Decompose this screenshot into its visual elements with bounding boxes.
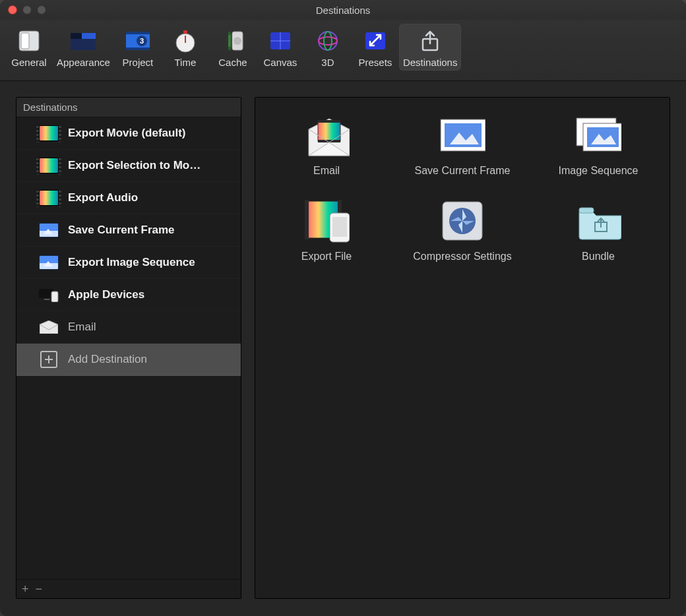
sidebar-item-label: Export Audio bbox=[68, 191, 138, 204]
envelope-film-icon bbox=[303, 113, 350, 157]
toolbar-tab-cache[interactable]: Cache bbox=[209, 24, 257, 71]
grid-icon bbox=[266, 26, 295, 55]
expand-icon bbox=[361, 26, 390, 55]
toolbar-tab-destinations[interactable]: Destinations bbox=[399, 24, 462, 71]
grid-item-label: Save Current Frame bbox=[415, 165, 511, 177]
sidebar-item-label: Add Destination bbox=[68, 353, 147, 366]
svg-rect-28 bbox=[51, 292, 58, 302]
toolbar-tab-label: Canvas bbox=[263, 57, 297, 68]
add-button[interactable]: + bbox=[22, 582, 29, 596]
share-icon bbox=[416, 26, 445, 55]
toolbar-tab-label: Time bbox=[175, 57, 197, 68]
sidebar-item-add-destination[interactable]: Add Destination bbox=[16, 344, 241, 376]
sidebar-item-label: Export Selection to Mo… bbox=[68, 159, 201, 172]
devices-icon bbox=[39, 287, 59, 303]
svg-rect-11 bbox=[183, 30, 187, 34]
destinations-sidebar: Destinations Export Movie (default) Expo… bbox=[16, 97, 241, 599]
sidebar-item-label: Export Movie (default) bbox=[68, 127, 186, 140]
sidebar-item-label: Save Current Frame bbox=[68, 224, 175, 237]
plus-box-icon bbox=[39, 352, 59, 367]
sidebar-list: Export Movie (default) Export Selection … bbox=[16, 117, 241, 579]
remove-button[interactable]: − bbox=[36, 582, 43, 596]
sidebar-footer: + − bbox=[16, 579, 241, 598]
toolbar-tab-label: General bbox=[11, 57, 46, 68]
grid-item-label: Image Sequence bbox=[559, 165, 639, 177]
svg-text:3: 3 bbox=[140, 37, 144, 45]
toolbar-tab-3d[interactable]: 3D bbox=[304, 24, 352, 71]
grid-item-compressor-settings[interactable]: Compressor Settings bbox=[398, 199, 527, 262]
svg-rect-7 bbox=[126, 47, 150, 50]
titlebar: Destinations bbox=[0, 0, 686, 20]
envelope-icon bbox=[39, 319, 59, 335]
svg-rect-53 bbox=[579, 208, 594, 213]
sidebar-item-export-audio[interactable]: Export Audio bbox=[16, 182, 241, 214]
grid-item-save-frame[interactable]: Save Current Frame bbox=[398, 113, 527, 177]
toolbar-tab-canvas[interactable]: Canvas bbox=[257, 24, 304, 71]
sidebar-item-label: Export Image Sequence bbox=[68, 256, 195, 269]
sidebar-item-image-sequence[interactable]: Export Image Sequence bbox=[16, 247, 241, 279]
compressor-icon bbox=[439, 199, 485, 243]
globe-icon bbox=[313, 26, 342, 55]
svg-rect-15 bbox=[228, 47, 231, 50]
appearance-icon bbox=[69, 26, 98, 55]
toolbar-tab-presets[interactable]: Presets bbox=[352, 24, 399, 71]
mountain-stack-icon bbox=[575, 113, 621, 157]
sidebar-item-export-movie[interactable]: Export Movie (default) bbox=[16, 117, 241, 150]
zoom-window-button[interactable] bbox=[37, 5, 46, 15]
svg-rect-31 bbox=[318, 121, 340, 141]
sidebar-item-apple-devices[interactable]: Apple Devices bbox=[16, 279, 241, 311]
destination-templates-grid: Email Save Current Frame Image Sequence bbox=[262, 113, 663, 262]
minimize-window-button[interactable] bbox=[22, 5, 32, 15]
grid-item-label: Email bbox=[313, 165, 340, 177]
sidebar-item-label: Email bbox=[68, 321, 96, 334]
film-icon bbox=[39, 190, 59, 206]
svg-rect-46 bbox=[332, 217, 347, 237]
preferences-toolbar: General Appearance 3 Project Time Cache bbox=[0, 20, 686, 81]
toolbar-tab-label: 3D bbox=[321, 57, 334, 68]
sidebar-header: Destinations bbox=[16, 98, 241, 117]
toolbar-tab-general[interactable]: General bbox=[5, 24, 53, 71]
content-area: Destinations Export Movie (default) Expo… bbox=[0, 81, 686, 616]
bundle-folder-icon bbox=[575, 199, 621, 243]
svg-point-21 bbox=[319, 32, 337, 50]
grid-item-bundle[interactable]: Bundle bbox=[534, 199, 663, 262]
stopwatch-icon bbox=[171, 26, 200, 55]
window-title: Destinations bbox=[0, 5, 686, 16]
preferences-window: Destinations General Appearance 3 Projec… bbox=[0, 0, 686, 616]
film-icon bbox=[39, 125, 59, 141]
grid-item-image-sequence[interactable]: Image Sequence bbox=[534, 113, 663, 177]
traffic-lights bbox=[0, 5, 46, 15]
sidebar-item-save-frame[interactable]: Save Current Frame bbox=[16, 214, 241, 247]
svg-rect-27 bbox=[44, 299, 49, 300]
toolbar-tab-label: Presets bbox=[358, 57, 392, 68]
grid-item-label: Compressor Settings bbox=[413, 251, 511, 262]
svg-rect-33 bbox=[318, 140, 340, 142]
svg-point-17 bbox=[234, 37, 241, 45]
switch-icon bbox=[15, 26, 44, 55]
sidebar-item-email[interactable]: Email bbox=[16, 311, 241, 344]
grid-item-label: Bundle bbox=[582, 251, 615, 262]
toolbar-tab-appearance[interactable]: Appearance bbox=[53, 24, 114, 71]
svg-marker-29 bbox=[40, 321, 58, 334]
sidebar-item-export-selection[interactable]: Export Selection to Mo… bbox=[16, 150, 241, 182]
filmstrip-icon: 3 bbox=[123, 26, 152, 55]
svg-point-22 bbox=[319, 37, 337, 45]
sidebar-item-label: Apple Devices bbox=[68, 288, 144, 301]
grid-item-email[interactable]: Email bbox=[262, 113, 391, 177]
svg-rect-6 bbox=[126, 32, 150, 34]
toolbar-tab-label: Cache bbox=[218, 57, 247, 68]
film-icon bbox=[39, 158, 59, 173]
svg-rect-1 bbox=[21, 33, 29, 49]
close-window-button[interactable] bbox=[8, 5, 17, 15]
grid-item-label: Export File bbox=[301, 251, 352, 262]
mountain-icon bbox=[39, 222, 59, 238]
svg-point-23 bbox=[324, 32, 332, 50]
toolbar-tab-project[interactable]: 3 Project bbox=[114, 24, 162, 71]
toolbar-tab-label: Project bbox=[123, 57, 154, 68]
grid-item-export-file[interactable]: Export File bbox=[262, 199, 391, 262]
svg-rect-32 bbox=[318, 120, 340, 123]
toolbar-tab-label: Appearance bbox=[57, 57, 110, 68]
toolbar-tab-time[interactable]: Time bbox=[162, 24, 209, 71]
svg-rect-4 bbox=[82, 33, 96, 39]
svg-rect-43 bbox=[305, 200, 309, 239]
